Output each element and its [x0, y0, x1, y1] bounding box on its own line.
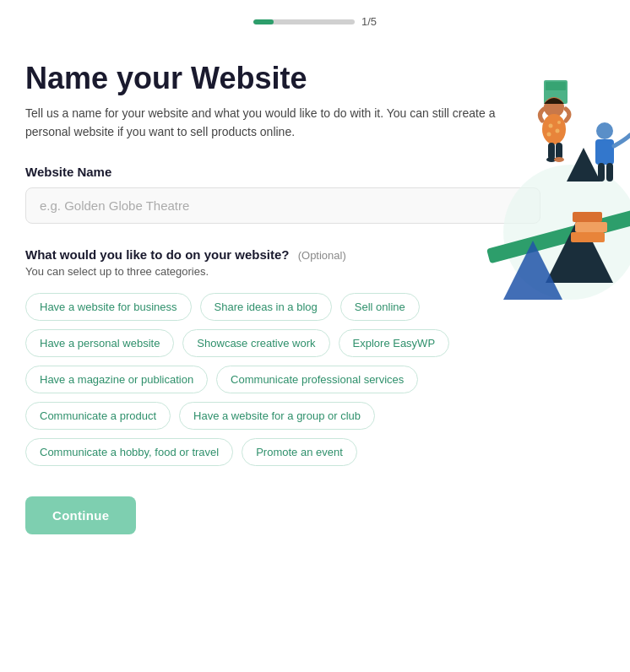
tag-personal[interactable]: Have a personal website [25, 329, 174, 357]
tag-magazine[interactable]: Have a magazine or publication [25, 366, 208, 393]
tag-blog[interactable]: Share ideas in a blog [200, 293, 332, 321]
tag-sell-online[interactable]: Sell online [340, 293, 420, 321]
svg-rect-22 [598, 163, 605, 182]
optional-label: (Optional) [298, 249, 346, 262]
svg-point-12 [549, 124, 553, 128]
hero-illustration [436, 46, 630, 317]
svg-point-11 [542, 114, 566, 144]
tag-group[interactable]: Have a website for a group or club [179, 402, 375, 430]
svg-point-19 [554, 157, 564, 162]
svg-rect-7 [573, 212, 602, 222]
svg-point-14 [547, 133, 551, 137]
svg-rect-9 [546, 82, 566, 90]
tag-professional[interactable]: Communicate professional services [216, 366, 418, 393]
tag-hobby[interactable]: Communicate a hobby, food or travel [25, 438, 233, 466]
svg-rect-21 [595, 139, 614, 165]
tag-business[interactable]: Have a website for business [25, 293, 192, 321]
svg-point-20 [596, 122, 613, 139]
progress-bar-container: 1/5 [0, 0, 630, 28]
tag-easywp[interactable]: Explore EasyWP [339, 329, 450, 357]
svg-rect-23 [606, 163, 613, 182]
tag-product[interactable]: Communicate a product [25, 402, 171, 430]
tag-event[interactable]: Promote an event [242, 438, 357, 466]
tag-creative[interactable]: Showcase creative work [182, 329, 329, 357]
svg-rect-5 [571, 232, 605, 242]
progress-bar-track [253, 19, 355, 24]
tags-container: Have a website for businessShare ideas i… [25, 293, 532, 466]
progress-bar-fill [253, 19, 274, 24]
svg-point-15 [557, 121, 561, 124]
svg-rect-6 [575, 222, 607, 232]
svg-point-13 [556, 129, 560, 133]
progress-label: 1/5 [361, 15, 377, 28]
continue-button[interactable]: Continue [25, 496, 136, 534]
